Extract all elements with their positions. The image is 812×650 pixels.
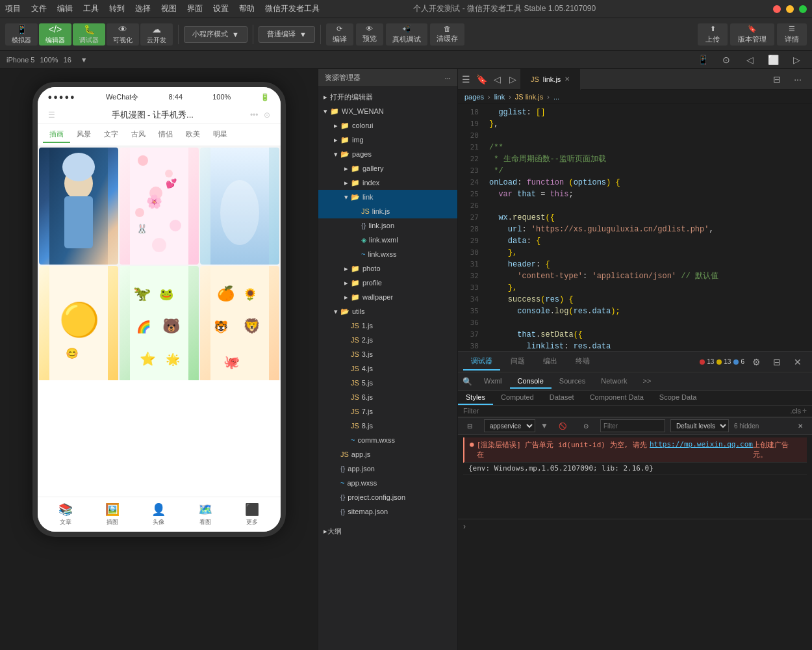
phone-tab-3[interactable]: 古风	[125, 127, 152, 143]
menu-item-file[interactable]: 文件	[31, 3, 47, 14]
style-tab-dataset[interactable]: Dataset	[542, 391, 582, 405]
tree-item-1js[interactable]: JS 1.js	[318, 318, 457, 333]
phone-tab-2[interactable]: 文字	[97, 127, 125, 143]
phone-forward-button[interactable]: ▷	[787, 51, 806, 69]
open-editors-section[interactable]: ▸ 打开的编辑器	[318, 90, 457, 104]
devtools-inspect-button[interactable]: 🔍	[458, 372, 476, 391]
clear-cache-button[interactable]: 🗑 清缓存	[430, 23, 464, 46]
phone-nav-illustration[interactable]: 🖼️ 插图	[105, 502, 120, 526]
tree-item-pages[interactable]: ▾ 📂 pages	[318, 147, 457, 161]
dev-tab-debugger[interactable]: 调试器	[463, 354, 500, 370]
dev-tab-problems[interactable]: 问题	[503, 354, 533, 370]
version-button[interactable]: 🔖 版本管理	[730, 23, 774, 46]
close-button[interactable]	[773, 5, 781, 13]
editor-tab-linkjs[interactable]: JS link.js ✕	[520, 69, 581, 90]
tree-item-expand[interactable]: ▸ 大纲	[318, 524, 457, 538]
devtools-settings-button[interactable]: ⚙	[747, 353, 765, 371]
dev-tab-terminal[interactable]: 终端	[568, 354, 598, 370]
style-tab-computed[interactable]: Computed	[493, 391, 542, 405]
mode-dropdown[interactable]: 小程序模式 ▼	[184, 26, 247, 43]
phone-tab-1[interactable]: 风景	[70, 127, 97, 143]
back-button[interactable]: ◁	[489, 70, 505, 88]
tree-item-2js[interactable]: JS 2.js	[318, 333, 457, 347]
tree-item-projectjson[interactable]: {} project.config.json	[318, 490, 457, 504]
simulator-button[interactable]: 📱 模拟器	[5, 23, 38, 46]
inner-tab-more[interactable]: >>	[635, 374, 659, 389]
tree-item-profile[interactable]: ▸ 📁 profile	[318, 276, 457, 290]
tree-item-wallpaper[interactable]: ▸ 📁 wallpaper	[318, 290, 457, 304]
device-dropdown-icon[interactable]: ▼	[81, 56, 88, 64]
inner-tab-sources[interactable]: Sources	[552, 374, 593, 389]
inner-tab-wxml[interactable]: Wxml	[476, 374, 510, 389]
minimize-button[interactable]	[786, 5, 794, 13]
phone-image-2[interactable]	[200, 148, 279, 265]
maximize-button[interactable]	[799, 5, 807, 13]
inner-tab-console[interactable]: Console	[510, 374, 552, 389]
error-link[interactable]: https://mp.weixin.qq.com	[650, 440, 753, 448]
dev-tab-output[interactable]: 编出	[535, 354, 565, 370]
tree-item-4js[interactable]: JS 4.js	[318, 361, 457, 376]
phone-menu-icon[interactable]: ☰	[48, 110, 55, 120]
log-level-select[interactable]: Default levels	[670, 419, 729, 432]
phone-image-0[interactable]	[39, 148, 118, 265]
breadcrumb-pages[interactable]: pages	[464, 93, 484, 101]
tree-item-link-wxml[interactable]: ◈ link.wxml	[318, 233, 457, 247]
menu-item-interface[interactable]: 界面	[187, 3, 203, 14]
bookmark-button[interactable]: 🔖	[474, 70, 489, 88]
tree-item-img[interactable]: ▸ 📁 img	[318, 133, 457, 147]
phone-back-button[interactable]: ◁	[741, 51, 759, 69]
phone-nav-browse[interactable]: 🗺️ 看图	[198, 502, 212, 526]
phone-tab-6[interactable]: 明星	[207, 127, 234, 143]
console-input[interactable]	[470, 522, 807, 530]
tree-item-5js[interactable]: JS 5.js	[318, 376, 457, 390]
tab-close-icon[interactable]: ✕	[565, 75, 570, 83]
tree-item-appjson[interactable]: {} app.json	[318, 462, 457, 476]
console-filter-toggle[interactable]: ⊙	[577, 417, 595, 435]
menu-item-tools[interactable]: 工具	[83, 3, 99, 14]
tree-item-link-json[interactable]: {} link.json	[318, 218, 457, 233]
tree-item-link-js[interactable]: JS link.js	[318, 204, 457, 218]
filter-input[interactable]	[463, 407, 790, 415]
debugger-button[interactable]: 🐛 调试器	[73, 23, 105, 46]
menu-item-settings[interactable]: 设置	[213, 3, 229, 14]
phone-image-3[interactable]: 🟡 😊	[39, 266, 118, 380]
file-panel-more-icon[interactable]: ···	[445, 74, 451, 82]
tree-item-photo[interactable]: ▸ 📁 photo	[318, 261, 457, 276]
tree-item-appwxss[interactable]: ~ app.wxss	[318, 476, 457, 490]
phone-nav-more[interactable]: ⬛ 更多	[245, 502, 259, 526]
upload-button[interactable]: ⬆ 上传	[698, 23, 728, 46]
phone-rotate-button[interactable]: 📱	[694, 51, 712, 69]
appservice-select[interactable]: appservice	[484, 419, 535, 432]
tree-item-8js[interactable]: JS 8.js	[318, 419, 457, 433]
tree-item-link-wxss[interactable]: ~ link.wxss	[318, 247, 457, 261]
phone-tab-5[interactable]: 欧美	[179, 127, 207, 143]
breadcrumb-more[interactable]: ...	[553, 93, 559, 101]
tree-item-sitemapjson[interactable]: {} sitemap.json	[318, 504, 457, 519]
preview-button[interactable]: 👁 预览	[356, 23, 383, 46]
tree-item-gallery[interactable]: ▸ 📁 gallery	[318, 161, 457, 176]
sidebar-toggle-button[interactable]: ☰	[458, 70, 474, 88]
phone-image-4[interactable]: 🦖 🐸 🌈 🐻 ⭐ 🌟	[120, 266, 199, 380]
phone-image-5[interactable]: 🍊 🌻 🐯 🦁 🐙	[200, 266, 279, 380]
tree-item-link[interactable]: ▾ 📂 link	[318, 190, 457, 204]
menu-item-wechat[interactable]: 微信开发者工具	[265, 3, 320, 14]
visual-button[interactable]: 👁 可视化	[107, 23, 139, 46]
menu-item-help[interactable]: 帮助	[239, 3, 255, 14]
console-filter-input[interactable]	[600, 419, 665, 432]
menu-item-view[interactable]: 视图	[161, 3, 177, 14]
phone-screenshot-button[interactable]: ⊙	[717, 51, 735, 69]
console-toggle-button[interactable]: ⊟	[461, 417, 479, 435]
phone-tab-0[interactable]: 插画	[43, 127, 70, 143]
split-editor-button[interactable]: ⊟	[768, 70, 786, 88]
breadcrumb-link[interactable]: link	[494, 93, 505, 101]
console-close-button[interactable]: ✕	[791, 417, 809, 435]
phone-record-icon[interactable]: ⊙	[264, 110, 270, 120]
style-tab-component[interactable]: Component Data	[582, 391, 652, 405]
breadcrumb-file[interactable]: JS link.js	[515, 93, 543, 101]
tree-item-3js[interactable]: JS 3.js	[318, 347, 457, 361]
menu-item-select[interactable]: 选择	[135, 3, 151, 14]
phone-nav-avatar[interactable]: 👤 头像	[151, 502, 166, 526]
style-tab-styles[interactable]: Styles	[458, 391, 493, 405]
tree-item-7js[interactable]: JS 7.js	[318, 404, 457, 419]
tree-item-comm-wxss[interactable]: ~ comm.wxss	[318, 433, 457, 447]
